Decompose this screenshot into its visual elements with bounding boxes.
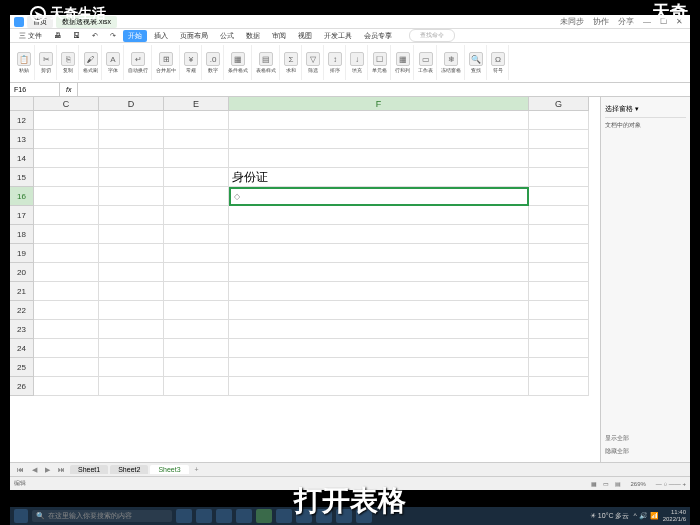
sheet-tab-3[interactable]: Sheet3 <box>150 465 188 474</box>
task-icon-4[interactable] <box>236 509 252 523</box>
row-header-17[interactable]: 17 <box>10 206 34 225</box>
task-icon-5[interactable] <box>256 509 272 523</box>
row-header-26[interactable]: 26 <box>10 377 34 396</box>
cell-E20[interactable] <box>164 263 229 282</box>
cell-F25[interactable] <box>229 358 529 377</box>
select-all-corner[interactable] <box>10 97 34 111</box>
ribbon-number-format[interactable]: ¥常规 <box>181 45 202 80</box>
cell-C14[interactable] <box>34 149 99 168</box>
ribbon-font[interactable]: A字体 <box>103 45 124 80</box>
ribbon-cell[interactable]: ☐单元格 <box>369 45 391 80</box>
taskbar-weather[interactable]: ☀ 10°C 多云 <box>590 511 630 521</box>
cell-G20[interactable] <box>529 263 589 282</box>
cell-C21[interactable] <box>34 282 99 301</box>
fx-icon[interactable]: fx <box>60 83 78 96</box>
cell-D21[interactable] <box>99 282 164 301</box>
menu-insert[interactable]: 插入 <box>149 30 173 42</box>
row-header-24[interactable]: 24 <box>10 339 34 358</box>
task-icon-3[interactable] <box>216 509 232 523</box>
cell-F13[interactable] <box>229 130 529 149</box>
sheet-nav-first[interactable]: ⏮ <box>14 466 27 473</box>
cell-F26[interactable] <box>229 377 529 396</box>
cell-D26[interactable] <box>99 377 164 396</box>
ribbon-merge[interactable]: ⊞合并居中 <box>153 45 180 80</box>
cell-G26[interactable] <box>529 377 589 396</box>
ribbon-find[interactable]: 🔍查找 <box>466 45 487 80</box>
ribbon-freeze[interactable]: ❄冻结窗格 <box>438 45 465 80</box>
row-header-14[interactable]: 14 <box>10 149 34 168</box>
task-icon-2[interactable] <box>196 509 212 523</box>
menu-print-icon[interactable]: 🖶 <box>49 31 66 40</box>
cell-E19[interactable] <box>164 244 229 263</box>
col-header-F[interactable]: F <box>229 97 529 111</box>
cell-D13[interactable] <box>99 130 164 149</box>
cell-E23[interactable] <box>164 320 229 339</box>
ribbon-copy[interactable]: ⎘复制 <box>58 45 79 80</box>
cell-D24[interactable] <box>99 339 164 358</box>
cell-C17[interactable] <box>34 206 99 225</box>
cell-G12[interactable] <box>529 111 589 130</box>
col-header-G[interactable]: G <box>529 97 589 111</box>
cell-F24[interactable] <box>229 339 529 358</box>
menu-page-layout[interactable]: 页面布局 <box>175 30 213 42</box>
cell-G18[interactable] <box>529 225 589 244</box>
cell-F19[interactable] <box>229 244 529 263</box>
row-header-22[interactable]: 22 <box>10 301 34 320</box>
cell-G21[interactable] <box>529 282 589 301</box>
ribbon-cut[interactable]: ✂剪切 <box>36 45 57 80</box>
view-page-icon[interactable]: ▭ <box>603 480 609 487</box>
sheet-nav-next[interactable]: ▶ <box>42 466 53 474</box>
cell-D14[interactable] <box>99 149 164 168</box>
ribbon-sum[interactable]: Σ求和 <box>281 45 302 80</box>
command-search[interactable]: 查找命令 <box>409 29 455 42</box>
ribbon-number[interactable]: .0数字 <box>203 45 224 80</box>
cell-F12[interactable] <box>229 111 529 130</box>
cell-D16[interactable] <box>99 187 164 206</box>
menu-member[interactable]: 会员专享 <box>359 30 397 42</box>
row-header-18[interactable]: 18 <box>10 225 34 244</box>
cell-E16[interactable] <box>164 187 229 206</box>
ribbon-fill[interactable]: ↓填充 <box>347 45 368 80</box>
cell-F16[interactable]: ◇ <box>229 187 529 206</box>
cell-C26[interactable] <box>34 377 99 396</box>
menu-home[interactable]: 开始 <box>123 30 147 42</box>
ribbon-sort[interactable]: ↕排序 <box>325 45 346 80</box>
cell-E13[interactable] <box>164 130 229 149</box>
cell-C25[interactable] <box>34 358 99 377</box>
add-sheet-button[interactable]: + <box>191 466 203 473</box>
cell-C24[interactable] <box>34 339 99 358</box>
menu-view[interactable]: 视图 <box>293 30 317 42</box>
cell-C20[interactable] <box>34 263 99 282</box>
cell-F14[interactable] <box>229 149 529 168</box>
view-break-icon[interactable]: ▤ <box>615 480 621 487</box>
ribbon-cond-format[interactable]: ▦条件格式 <box>225 45 252 80</box>
zoom-level[interactable]: 269% <box>627 481 650 487</box>
cell-F17[interactable] <box>229 206 529 225</box>
cell-E22[interactable] <box>164 301 229 320</box>
row-header-16[interactable]: 16 <box>10 187 34 206</box>
cell-C16[interactable] <box>34 187 99 206</box>
menu-dev-tools[interactable]: 开发工具 <box>319 30 357 42</box>
menu-save-icon[interactable]: 🖫 <box>68 31 85 40</box>
cell-E21[interactable] <box>164 282 229 301</box>
ribbon-symbol[interactable]: Ω符号 <box>488 45 509 80</box>
cell-F23[interactable] <box>229 320 529 339</box>
row-header-19[interactable]: 19 <box>10 244 34 263</box>
taskbar-clock[interactable]: 11:40 2022/1/6 <box>663 509 686 522</box>
panel-title[interactable]: 选择窗格 ▾ <box>605 101 686 118</box>
cell-C23[interactable] <box>34 320 99 339</box>
sheet-tab-1[interactable]: Sheet1 <box>70 465 108 474</box>
cell-D17[interactable] <box>99 206 164 225</box>
cell-G25[interactable] <box>529 358 589 377</box>
task-icon-1[interactable] <box>176 509 192 523</box>
cell-F15[interactable]: 身份证 <box>229 168 529 187</box>
row-header-21[interactable]: 21 <box>10 282 34 301</box>
menu-undo-icon[interactable]: ↶ <box>87 31 103 41</box>
panel-show-all[interactable]: 显示全部 <box>605 432 686 445</box>
col-header-D[interactable]: D <box>99 97 164 111</box>
cell-D20[interactable] <box>99 263 164 282</box>
cell-E15[interactable] <box>164 168 229 187</box>
cell-E14[interactable] <box>164 149 229 168</box>
cell-D19[interactable] <box>99 244 164 263</box>
cell-E26[interactable] <box>164 377 229 396</box>
